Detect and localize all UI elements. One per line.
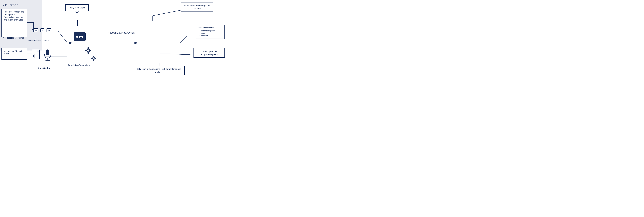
audio-config-label: AudioConfig (38, 67, 50, 69)
reason-item-nomatch: • NoMatch (199, 32, 222, 35)
svg-rect-26 (46, 50, 50, 55)
svg-point-31 (79, 36, 81, 38)
svg-line-13 (170, 54, 186, 55)
translation-recognizer-label: TranslationRecognizer (68, 64, 90, 66)
svg-point-34 (87, 50, 89, 52)
proxy-callout: Proxy client object (66, 4, 89, 11)
duration-callout: Duration of the recognized speech (181, 2, 213, 12)
proxy-label: Proxy client object (69, 7, 85, 9)
svg-rect-37 (85, 50, 86, 51)
reason-callout: Reason for result: • RecognizedSpeech • … (196, 25, 225, 39)
audio-wave-icon (32, 50, 42, 60)
diagram: Resource location and key, Speech Recogn… (0, 0, 228, 77)
speech-translation-config-label: SpeechTranslationConfig (28, 39, 50, 41)
chat-bubble-icon (74, 32, 86, 43)
svg-point-32 (81, 36, 83, 38)
transcript-callout: Transcript of the recognized speech (194, 48, 225, 58)
svg-rect-47 (92, 58, 92, 59)
translations-callout-text: Collection of translations (with target … (136, 68, 181, 73)
svg-line-1 (58, 31, 67, 42)
result-item-duration: Duration (3, 3, 39, 8)
svg-point-44 (93, 58, 95, 59)
svg-rect-38 (90, 50, 91, 51)
transcript-callout-text: Transcript of the recognized speech (200, 50, 218, 56)
svg-point-30 (76, 36, 78, 38)
reason-item-cancelled: • Cancelled (199, 35, 222, 37)
svg-line-8 (153, 10, 184, 16)
resource-box: Resource location and key, Speech Recogn… (2, 9, 27, 37)
svg-rect-48 (95, 58, 96, 59)
microphone-label: Microphone (default) or file (4, 50, 22, 55)
reason-callout-title: Reason for result: (198, 27, 222, 29)
lang-badge-fr: fr (40, 28, 44, 32)
duration-callout-text: Duration of the recognized speech (184, 4, 210, 10)
gear-icon-small (90, 54, 98, 63)
microphone-icon (43, 49, 52, 62)
recognize-once-async-label: RecognizeOnceAsync() (108, 31, 135, 34)
translations-callout: Collection of translations (with target … (133, 66, 184, 75)
reason-item-recognized: • RecognizedSpeech (199, 30, 222, 32)
lang-badge-es: es (46, 28, 51, 32)
microphone-box: Microphone (default) or file (2, 48, 27, 60)
svg-line-11 (180, 36, 187, 43)
lang-badge-en: en (34, 28, 38, 32)
resource-label: Resource location and key, Speech Recogn… (4, 11, 24, 21)
